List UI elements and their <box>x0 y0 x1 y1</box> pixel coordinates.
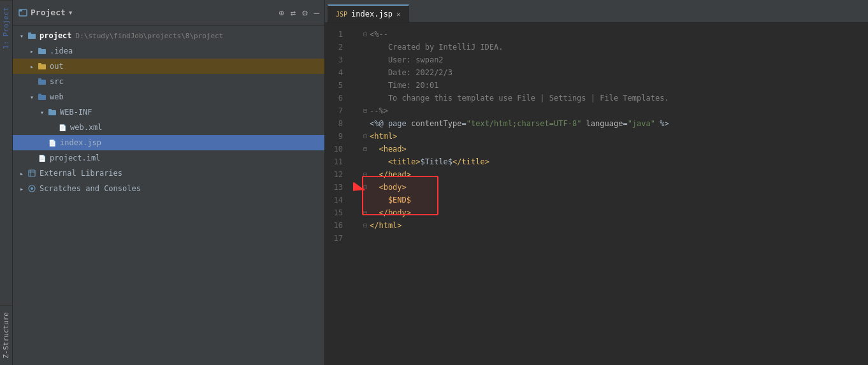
tab-label-indexjsp: index.jsp <box>351 10 393 18</box>
dropdown-arrow[interactable]: ▾ <box>68 8 73 17</box>
fold-16[interactable] <box>361 219 370 232</box>
fold-10[interactable] <box>361 143 370 155</box>
arrow-project-root <box>18 32 25 39</box>
label-project-root: project <box>40 31 72 40</box>
code-line-5: Time: 20:01 <box>361 79 868 92</box>
label-extlibs: External Libraries <box>40 169 122 178</box>
code-8-8: "java" <box>628 117 655 130</box>
folder-icon-idea <box>37 46 47 56</box>
code-line-1: <%-- <box>361 28 868 41</box>
code-line-13: <body> <box>361 181 868 194</box>
collapse-icon[interactable]: ⇄ <box>291 8 296 18</box>
arrow-extlibs <box>18 169 25 177</box>
code-11-2: $Title$ <box>420 155 452 168</box>
folder-icon-src <box>37 76 47 87</box>
code-line-3: User: swpan2 <box>361 54 868 66</box>
code-line-15: </body> <box>361 206 868 219</box>
fold-15[interactable] <box>361 206 370 219</box>
code-content-1: <%-- <box>370 28 388 41</box>
folder-icon-project <box>27 31 37 41</box>
linenum-5: 5 <box>325 79 343 92</box>
svg-point-18 <box>31 187 33 190</box>
svg-rect-8 <box>38 80 46 85</box>
code-11-3: </title> <box>452 155 489 168</box>
tree-item-scratches[interactable]: Scratches and Consoles <box>13 181 324 196</box>
code-content-6: To change this template use File | Setti… <box>370 92 669 104</box>
code-8-5 <box>581 117 586 130</box>
arrow-webinf <box>38 108 46 116</box>
folder-icon-out <box>37 61 47 71</box>
tree-item-webinf[interactable]: WEB-INF <box>13 104 324 120</box>
linenum-15: 15 <box>325 206 343 219</box>
label-scratches: Scratches and Consoles <box>40 184 141 193</box>
fold-12[interactable] <box>361 168 370 181</box>
svg-rect-5 <box>38 48 41 50</box>
tab-icon-jsp: JSP <box>336 11 347 18</box>
panel-header: Project ▾ ⊕ ⇄ ⚙ — <box>13 0 324 25</box>
code-8-3: = <box>462 117 467 130</box>
svg-rect-9 <box>38 78 41 80</box>
tree-item-out[interactable]: out <box>13 59 324 74</box>
linenum-2: 2 <box>325 41 343 54</box>
linenum-14: 14 <box>325 194 343 206</box>
panel-title: Project ▾ <box>18 8 275 18</box>
tree-content: project D:\study\findJob\projects\8\proj… <box>13 25 324 365</box>
code-14: $END$ <box>370 194 411 206</box>
code-11: <title> <box>370 155 420 168</box>
file-icon-indexjsp: 📄 <box>47 138 57 148</box>
code-8-6: language <box>586 117 623 130</box>
svg-rect-11 <box>38 94 41 96</box>
editor-area: JSP index.jsp ✕ 1 2 3 4 5 6 7 8 9 10 11 … <box>325 0 868 365</box>
linenum-13: 13 <box>325 181 343 194</box>
label-out: out <box>50 62 64 71</box>
tree-item-src[interactable]: src <box>13 74 324 89</box>
settings-icon[interactable]: ⚙ <box>302 8 307 18</box>
fold-7[interactable] <box>361 104 370 117</box>
code-8-1: <%@ page <box>370 117 411 130</box>
code-8-2: contentType <box>411 117 461 130</box>
project-icon <box>18 8 28 18</box>
code-line-4: Date: 2022/2/3 <box>361 66 868 79</box>
folder-icon-web <box>37 92 47 102</box>
label-indexjsp: index.jsp <box>60 138 101 147</box>
code-8-7: = <box>623 117 627 130</box>
tab-close-indexjsp[interactable]: ✕ <box>396 10 401 18</box>
code-area[interactable]: <%-- Created by IntelliJ IDEA. User: swp… <box>353 23 868 365</box>
code-8-4: "text/html;charset=UTF-8" <box>467 117 582 130</box>
code-line-12: </head> <box>361 168 868 181</box>
tab-zstructure[interactable]: Z-Structure <box>0 305 12 365</box>
label-src: src <box>50 77 64 86</box>
tab-project[interactable]: 1: Project <box>0 0 12 55</box>
tab-indexjsp[interactable]: JSP index.jsp ✕ <box>328 4 409 22</box>
label-idea: .idea <box>50 47 73 55</box>
svg-rect-3 <box>28 32 31 34</box>
svg-rect-12 <box>48 110 56 115</box>
editor-content: 1 2 3 4 5 6 7 8 9 10 11 12 13 14 15 16 1… <box>325 23 868 365</box>
minimize-icon[interactable]: — <box>314 8 319 18</box>
tree-item-extlibs[interactable]: External Libraries <box>13 166 324 181</box>
tree-item-project-root[interactable]: project D:\study\findJob\projects\8\proj… <box>13 28 324 43</box>
code-8-9: %> <box>655 117 669 130</box>
tree-item-web[interactable]: web <box>13 89 324 104</box>
code-line-6: To change this template use File | Setti… <box>361 92 868 104</box>
fold-1[interactable] <box>361 28 370 41</box>
arrow-out <box>28 62 36 70</box>
project-panel: Project ▾ ⊕ ⇄ ⚙ — project D:\study\findJ… <box>13 0 325 365</box>
svg-rect-7 <box>38 63 41 65</box>
left-tabs-panel: 1: Project Z-Structure <box>0 0 13 365</box>
fold-13[interactable] <box>361 181 370 194</box>
editor-tabs: JSP index.jsp ✕ <box>325 0 868 23</box>
code-16: </html> <box>370 219 402 232</box>
tree-item-webxml[interactable]: 📄 web.xml <box>13 120 324 135</box>
code-content-5: Time: 20:01 <box>370 79 438 92</box>
tree-item-projectiml[interactable]: 📄 project.iml <box>13 150 324 166</box>
tree-item-indexjsp[interactable]: 📄 index.jsp <box>13 135 324 150</box>
locate-icon[interactable]: ⊕ <box>278 8 284 18</box>
code-line-11: <title>$Title$</title> <box>361 155 868 168</box>
linenum-6: 6 <box>325 92 343 104</box>
linenum-8: 8 <box>325 117 343 130</box>
fold-9[interactable] <box>361 130 370 143</box>
svg-rect-4 <box>38 49 46 54</box>
svg-rect-1 <box>19 10 22 11</box>
tree-item-idea[interactable]: .idea <box>13 43 324 59</box>
